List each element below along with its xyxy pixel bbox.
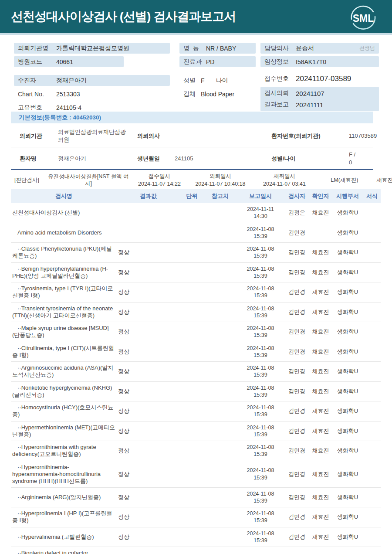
test-name: ··Classic Phenylketonuria (PKU)(페닐케톤뇨증) <box>11 243 117 263</box>
req-doctor-label: 의뢰의사 <box>137 132 175 140</box>
field-chart-no: Chart No. 2513303 <box>14 88 170 99</box>
unit-value <box>180 401 204 421</box>
report-time: 15:39 <box>238 272 283 279</box>
report-time: 15:39 <box>238 537 283 544</box>
doctor-honorific: 선생님 <box>359 44 375 52</box>
unit-value <box>180 223 204 243</box>
specimen-value: Blood Paper <box>201 91 234 98</box>
field-receipt-no: 접수번호 20241107-03589 <box>260 73 379 84</box>
report-time: 15:39 <box>238 391 283 398</box>
results-body: 선천성대사이상검사 (선별) 2024-11-11 14:30 김정은 채효진 … <box>11 203 381 554</box>
basic-info-row-1: 의뢰기관 의료법인삼광의료재단삼광의원 의뢰의사 환자번호(의뢰기관) 1107… <box>11 125 373 147</box>
department-name: 생화학U <box>332 547 363 554</box>
test-name: ··Citrullinemia, type I (CIT)(시트룰린혈증 I형) <box>11 342 117 362</box>
col-confirmer: 확인자 <box>309 189 332 203</box>
patient-no-label: 환자번호(의뢰기관) <box>271 132 349 140</box>
basic-info-section: 기본정보(등록번호 : 40452030) 의뢰기관 의료법인삼광의료재단삼광의… <box>11 112 373 170</box>
department-name: 생화학U <box>332 203 363 223</box>
report-datetime: 2024-11-08 15:39 <box>237 362 284 382</box>
diagnosis-receipt-time: 접수일시 2024-11-07 14:22 <box>132 172 187 188</box>
department-name: 생화학U <box>332 527 363 547</box>
ward-label: 병 동 <box>183 44 206 52</box>
confirmer-name: 채효진 <box>309 322 332 342</box>
unit-value <box>180 342 204 362</box>
report-datetime: 2024-11-08 15:39 <box>237 381 284 401</box>
result-value: 정상 <box>117 342 180 362</box>
patient-no-value: 110703589 <box>349 132 383 140</box>
test-name: ··Nonketotic hyperglycinemia (NKHG)(글리신뇌… <box>11 381 117 401</box>
unit-value <box>180 441 204 461</box>
format-value <box>363 282 381 302</box>
field-hospital-code: 병원코드 40661 <box>14 56 124 67</box>
tester-name: 김민경 <box>284 461 309 487</box>
sex-age-label: 성별/나이 <box>271 155 349 163</box>
format-value <box>363 362 381 382</box>
unit-value <box>180 547 204 554</box>
tester-name: 김민경 <box>284 487 309 507</box>
test-name: ··Biopterin defect in cofactor biosynthe… <box>11 547 117 554</box>
result-value: 정상 <box>117 282 180 302</box>
tester-name: 김민경 <box>284 243 309 263</box>
reference-value <box>204 381 237 401</box>
format-value <box>363 223 381 243</box>
result-value: 정상 <box>117 243 180 263</box>
unit-value <box>180 203 204 223</box>
test-name: ··Maple syrup urine disease [MSUD](단풍당뇨증… <box>11 322 117 342</box>
report-date: 2024-11-08 <box>238 424 283 431</box>
unit-value <box>180 302 204 322</box>
department-name: 생화학U <box>332 507 363 527</box>
sex-age-value: F / 0 <box>349 151 365 166</box>
confirmer-name: 채효진 <box>309 441 332 461</box>
table-row: ··Maple syrup urine disease [MSUD](단풍당뇨증… <box>11 322 381 342</box>
col-report-datetime: 보고일시 <box>237 189 284 203</box>
reference-value <box>204 223 237 243</box>
department-name: 생화학U <box>332 421 363 441</box>
report-datetime: 2024-11-08 15:39 <box>237 282 284 302</box>
report-date: 2024-11-11 <box>238 206 283 213</box>
report-date: 2024-11-08 <box>238 444 283 451</box>
results-header-row: 검사명 결과값 단위 참고치 보고일시 검사자 확인자 시행부서 서식 <box>11 189 381 203</box>
report-date: 2024-11-08 <box>238 305 283 312</box>
tester-name: 김민경 <box>284 401 309 421</box>
patient-name-label: 수진자 <box>18 77 56 85</box>
reference-value <box>204 441 237 461</box>
table-row: ··Argininemia (ARG)(알지닌혈증) 정상 2024-11-08… <box>11 487 381 507</box>
unit-value <box>180 461 204 487</box>
report-time: 15:39 <box>238 352 283 359</box>
diagnosis-tag: [진단검사] <box>14 177 39 184</box>
unit-value <box>180 381 204 401</box>
confirmer-name: 채효진 <box>309 527 332 547</box>
sml-logo-text: SML <box>353 13 374 24</box>
test-name: ··Hyperornithinemia with gyrate deficien… <box>11 441 117 461</box>
confirmer-name <box>309 223 332 243</box>
field-requesting-org: 의뢰기관명 가톨릭대학교은평성모병원 <box>14 43 170 54</box>
field-doctor: 담당의사 윤종서 선생님 <box>260 43 379 54</box>
unit-value <box>180 243 204 263</box>
test-name: ··Hyperornithinemia-hyperammonemia-homoc… <box>11 461 117 487</box>
table-row: ··Hyperornithinemia-hyperammonemia-homoc… <box>11 461 381 487</box>
tester-name: 김민경 <box>284 282 309 302</box>
result-value: 정상 <box>117 421 180 441</box>
basic-info-row-2: 환자명 정재은아기 생년월일 241105 성별/나이 F / 0 <box>11 147 373 170</box>
result-value: 정상 <box>117 461 180 487</box>
report-datetime: 2024-11-08 15:39 <box>237 507 284 527</box>
confirmer-name: 채효진 <box>309 461 332 487</box>
test-name: Amino acid metabolism Disorders <box>11 223 117 243</box>
field-clinical-info: 임상정보 I58AK17T0 <box>260 56 379 67</box>
table-row: 선천성대사이상검사 (선별) 2024-11-11 14:30 김정은 채효진 … <box>11 203 381 223</box>
confirmer-name: 채효진 <box>309 547 332 554</box>
unit-value <box>180 362 204 382</box>
report-date: 2024-11-08 <box>238 265 283 272</box>
report-time: 15:39 <box>238 312 283 319</box>
clinic-dept-label: 진료과 <box>183 58 206 66</box>
department-name: 생화학U <box>332 381 363 401</box>
report-datetime: 2024-11-08 15:39 <box>237 441 284 461</box>
unique-no-value: 241105-4 <box>56 104 81 111</box>
reference-value <box>204 282 237 302</box>
unit-value <box>180 322 204 342</box>
report-time: 15:39 <box>238 517 283 524</box>
col-department: 시행부서 <box>332 189 363 203</box>
request-time-label: 의뢰일시 <box>210 172 231 180</box>
table-row: ··Transient tyrosinemia of the neonate (… <box>11 302 381 322</box>
test-name: 선천성대사이상검사 (선별) <box>11 203 117 223</box>
